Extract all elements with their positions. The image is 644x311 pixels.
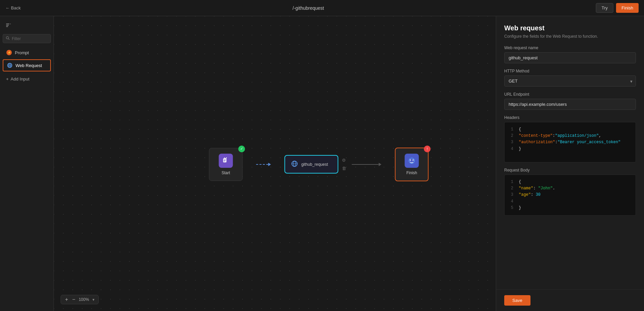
add-input-button[interactable]: + Add Input bbox=[3, 74, 51, 84]
svg-rect-13 bbox=[224, 161, 225, 161]
add-input-label: Add Input bbox=[11, 76, 30, 82]
finish-node[interactable]: ! Finish bbox=[395, 148, 428, 181]
main-layout: ⚡ Prompt Web Request + Add Input bbox=[0, 16, 644, 311]
add-input-icon: + bbox=[6, 76, 9, 82]
method-field-label: HTTP Method bbox=[504, 69, 636, 73]
page-title: /-githubrequest bbox=[293, 5, 324, 11]
body-line-3: 3 "age": 30 bbox=[509, 192, 632, 198]
sidebar-item-web-request[interactable]: Web Request bbox=[3, 59, 51, 71]
trash-icon[interactable]: 🗑 bbox=[341, 165, 347, 172]
body-line-5: 5 } bbox=[509, 205, 632, 211]
zoom-dropdown-icon[interactable]: ▼ bbox=[92, 298, 95, 302]
zoom-in-button[interactable]: + bbox=[64, 297, 69, 302]
name-field-label: Web request name bbox=[504, 45, 636, 50]
node-side-icons: ⚙ 🗑 bbox=[341, 157, 347, 172]
svg-rect-11 bbox=[223, 158, 226, 162]
sidebar-item-web-request-label: Web Request bbox=[15, 63, 42, 68]
body-line-4: 4 bbox=[509, 198, 632, 205]
method-select-wrapper: GET POST PUT DELETE PATCH ▾ bbox=[504, 75, 636, 87]
canvas: ✓ Start bbox=[54, 16, 496, 311]
sidebar-header bbox=[3, 20, 51, 31]
headers-line-4: 4 } bbox=[509, 146, 632, 152]
connector-2 bbox=[352, 163, 381, 166]
start-node[interactable]: ✓ Start bbox=[209, 148, 243, 181]
sidebar-item-prompt[interactable]: ⚡ Prompt bbox=[3, 47, 51, 58]
headers-line-2: 2 "content-type":"application/json", bbox=[509, 133, 632, 139]
try-button[interactable]: Try bbox=[596, 3, 613, 13]
sidebar-item-prompt-label: Prompt bbox=[15, 50, 29, 55]
topbar: ← Back /-githubrequest Try Finish bbox=[0, 0, 644, 16]
settings-icon[interactable]: ⚙ bbox=[341, 157, 347, 163]
body-field-label: Request Body bbox=[504, 168, 636, 173]
svg-rect-3 bbox=[10, 24, 11, 24]
headers-line-1: 1 { bbox=[509, 126, 632, 133]
headers-code-block[interactable]: 1 { 2 "content-type":"application/json",… bbox=[504, 122, 636, 162]
body-line-2: 2 "name": "John". bbox=[509, 185, 632, 192]
svg-rect-2 bbox=[6, 26, 8, 27]
finish-icon-box bbox=[405, 154, 419, 168]
sidebar: ⚡ Prompt Web Request + Add Input bbox=[0, 16, 54, 311]
body-code-block[interactable]: 1 { 2 "name": "John". 3 "age": 30 4 5 bbox=[504, 175, 636, 216]
svg-point-19 bbox=[412, 159, 414, 161]
back-label: ← Back bbox=[5, 5, 21, 10]
web-request-icon bbox=[7, 62, 13, 68]
start-check-badge: ✓ bbox=[238, 146, 245, 152]
panel-footer: Save bbox=[496, 289, 644, 311]
method-select[interactable]: GET POST PUT DELETE PATCH bbox=[504, 75, 636, 87]
connector-1 bbox=[256, 163, 271, 166]
headers-field-label: Headers bbox=[504, 115, 636, 120]
topbar-actions: Try Finish bbox=[596, 3, 639, 13]
panel-title: Web request bbox=[504, 24, 636, 32]
zoom-level: 100% bbox=[79, 297, 89, 302]
start-icon-box bbox=[219, 154, 233, 168]
search-icon bbox=[6, 36, 10, 41]
back-button[interactable]: ← Back bbox=[5, 5, 21, 10]
svg-point-18 bbox=[410, 159, 411, 161]
finish-alert-badge: ! bbox=[424, 146, 430, 152]
svg-line-5 bbox=[8, 39, 9, 40]
web-request-node-icon bbox=[291, 160, 298, 168]
github-request-node[interactable]: ⚙ 🗑 github_request bbox=[284, 155, 338, 174]
svg-rect-1 bbox=[6, 25, 9, 26]
svg-rect-0 bbox=[6, 24, 9, 24]
prompt-icon: ⚡ bbox=[6, 50, 12, 56]
body-line-1: 1 { bbox=[509, 179, 632, 185]
finish-button[interactable]: Finish bbox=[616, 3, 639, 13]
list-icon bbox=[5, 22, 11, 29]
zoom-bar: + − 100% ▼ bbox=[61, 295, 99, 304]
panel-subtitle: Configure the fields for the Web Request… bbox=[504, 34, 636, 39]
url-field-label: URL Endpoint bbox=[504, 92, 636, 97]
save-button[interactable]: Save bbox=[504, 295, 530, 306]
flow-area: ✓ Start bbox=[209, 148, 428, 181]
filter-input[interactable] bbox=[12, 36, 48, 41]
url-input[interactable] bbox=[504, 99, 636, 110]
headers-line-3: 3 "authorization":"Bearer your_access_to… bbox=[509, 139, 632, 146]
github-request-label: github_request bbox=[301, 162, 328, 167]
zoom-out-button[interactable]: − bbox=[71, 297, 76, 302]
name-input[interactable] bbox=[504, 52, 636, 63]
panel-content: Web request Configure the fields for the… bbox=[496, 16, 644, 289]
start-node-label: Start bbox=[222, 170, 230, 175]
filter-box[interactable] bbox=[3, 34, 51, 43]
finish-node-label: Finish bbox=[406, 170, 417, 175]
svg-rect-12 bbox=[224, 160, 226, 160]
right-panel: Web request Configure the fields for the… bbox=[496, 16, 644, 311]
